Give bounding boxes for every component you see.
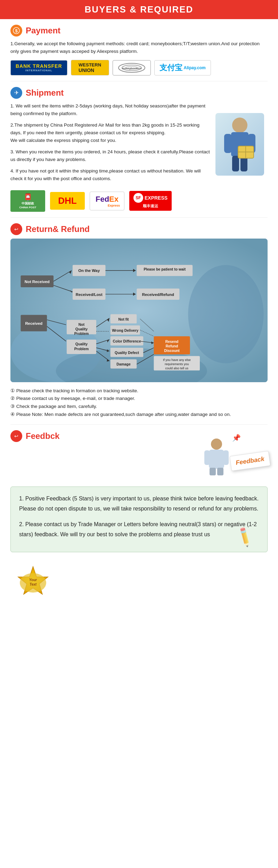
bank-transfer-logo: BANK TRANSFER INTERNATIONAL: [10, 60, 67, 75]
page-header: BUYERS & REQUIRED: [0, 0, 278, 19]
svg-text:moneybookers: moneybookers: [122, 67, 141, 70]
svg-text:$: $: [15, 28, 18, 33]
refund-note-2: ② Please contact us by meesage, e-mail, …: [10, 395, 268, 403]
payment-description: 1.Generally, we accept the following pay…: [10, 40, 268, 55]
svg-rect-9: [224, 134, 232, 153]
feedback-visual: Feedback: [203, 437, 270, 475]
feedback-section: ↩ Feedbck 📌 Fee: [0, 425, 278, 558]
page-title: BUYERS & REQUIRED: [0, 4, 278, 15]
payment-logos-row: BANK TRANSFER INTERNATIONAL WESTERNUNION…: [10, 60, 268, 75]
sf-express-logo: SF EXPRESS 顺丰速运: [129, 191, 172, 211]
shipment-point-1: 1. We will sent the items within 2-5days…: [10, 102, 212, 117]
refund-title-row: ↩ Return& Refund: [10, 223, 268, 235]
svg-rect-89: [217, 468, 223, 475]
refund-note-1: ① Please check the tracking in formation…: [10, 387, 268, 395]
svg-text:Problem: Problem: [74, 332, 89, 336]
shipment-image-area: [212, 102, 268, 186]
shipment-point-4: 4. If you have not got it within the shi…: [10, 167, 212, 182]
svg-line-47: [96, 318, 109, 327]
feedback-heading: Feedbck: [26, 431, 59, 441]
moneybookers-logo: moneybookers: [113, 60, 151, 75]
svg-text:Your: Your: [29, 578, 38, 582]
shipment-content-row: 1. We will sent the items within 2-5days…: [10, 102, 268, 186]
svg-rect-11: [232, 156, 239, 171]
shipment-point-3: 3. When you receive the items you ordere…: [10, 148, 212, 163]
svg-text:Refund: Refund: [166, 344, 178, 348]
footer-badge-area: Your Text: [0, 558, 278, 606]
chinapost-logo: 📮 中国邮政 CHINA POST: [10, 190, 45, 212]
alipay-logo: 支付宝 Alipay.com: [154, 60, 211, 75]
svg-text:If you have any else: If you have any else: [163, 358, 191, 361]
svg-text:✈: ✈: [14, 90, 19, 96]
flowchart-background: Not Received On the Way Please be patien…: [10, 239, 268, 382]
payment-heading: Payment: [26, 26, 60, 35]
svg-rect-86: [204, 450, 210, 465]
feedback-image-area: 📌 Feedback: [205, 430, 268, 482]
svg-text:Quality: Quality: [75, 327, 88, 331]
svg-text:requirements you: requirements you: [165, 362, 189, 366]
shipping-logos-row: 📮 中国邮政 CHINA POST DHL FedEx Express SF E…: [10, 190, 268, 212]
svg-line-42: [47, 326, 66, 341]
refund-icon: ↩: [10, 223, 22, 235]
feedback-title-area: ↩ Feedbck: [10, 430, 59, 445]
svg-text:Color Difference: Color Difference: [113, 339, 141, 343]
svg-text:Discount: Discount: [164, 349, 180, 353]
dhl-logo: DHL: [50, 192, 85, 210]
refund-heading: Return& Refund: [26, 224, 90, 234]
pushpin-icon: 📌: [232, 434, 241, 442]
shipment-heading: Shipment: [26, 88, 64, 98]
svg-text:could also tell us: could also tell us: [165, 367, 189, 370]
delivery-man-image: [215, 113, 264, 176]
svg-text:Damage: Damage: [116, 362, 131, 366]
refund-note-4: ④ Please Note: Men made defects are not …: [10, 411, 268, 419]
refund-note-3: ③ Check the package and Item, carefully.: [10, 403, 268, 411]
shipment-title-row: ✈ Shipment: [10, 87, 268, 99]
svg-text:Wrong Delivery: Wrong Delivery: [112, 328, 138, 332]
svg-marker-32: [70, 290, 73, 292]
svg-text:Received: Received: [25, 321, 42, 325]
svg-text:↩: ↩: [14, 433, 18, 439]
payment-icon: $: [10, 25, 22, 37]
svg-rect-87: [223, 450, 229, 465]
svg-marker-73: [151, 341, 154, 344]
svg-line-23: [54, 270, 72, 281]
svg-text:Not Received: Not Received: [25, 279, 50, 283]
refund-section: ↩ Return& Refund: [0, 218, 278, 425]
svg-text:Quality: Quality: [75, 342, 88, 346]
western-union-logo: WESTERNUNION: [71, 60, 109, 75]
badge-svg: Your Text: [10, 565, 56, 600]
svg-text:Not: Not: [79, 322, 85, 326]
svg-text:Resend: Resend: [165, 339, 179, 343]
svg-line-41: [47, 320, 66, 324]
feedback-card: Feedback: [230, 451, 271, 471]
svg-point-84: [211, 439, 222, 450]
shipment-icon: ✈: [10, 87, 22, 99]
feedback-card-label: Feedback: [235, 456, 265, 466]
flowchart-wrapper: Not Received On the Way Please be patien…: [10, 239, 268, 382]
svg-text:Quality Defect: Quality Defect: [115, 351, 139, 355]
svg-marker-24: [69, 270, 72, 273]
payment-section: $ Payment 1.Generally, we accept the fol…: [0, 19, 278, 81]
feedback-point-1: 1. Positive Feedback (5 Stars) is very i…: [19, 494, 259, 514]
refund-notes: ① Please check the tracking in formation…: [10, 387, 268, 419]
svg-marker-36: [133, 292, 136, 296]
flowchart-svg: Not Received On the Way Please be patien…: [17, 249, 261, 374]
svg-point-7: [232, 118, 247, 133]
feedback-icon: ↩: [10, 430, 22, 442]
svg-marker-28: [133, 269, 136, 272]
feedback-point-2: 2. Please contact us by Trade Manager or…: [19, 520, 259, 540]
svg-text:Text: Text: [30, 582, 37, 586]
svg-text:On the Way: On the Way: [78, 268, 100, 273]
payment-title-row: $ Payment: [10, 25, 268, 37]
feedback-content-box: 1. Positive Feedback (5 Stars) is very i…: [10, 487, 268, 552]
svg-rect-85: [209, 450, 224, 469]
svg-text:Please be patient to wait: Please be patient to wait: [144, 267, 186, 271]
svg-text:↩: ↩: [14, 226, 18, 232]
svg-line-74: [143, 348, 154, 353]
svg-text:Received/Refund: Received/Refund: [142, 292, 174, 296]
shipment-text-area: 1. We will sent the items within 2-5days…: [10, 102, 212, 186]
feedback-title-row: ↩ Feedbck: [10, 430, 59, 442]
star-badge: Your Text: [10, 565, 56, 600]
svg-rect-88: [210, 468, 216, 475]
svg-text:Not fit: Not fit: [118, 317, 129, 321]
